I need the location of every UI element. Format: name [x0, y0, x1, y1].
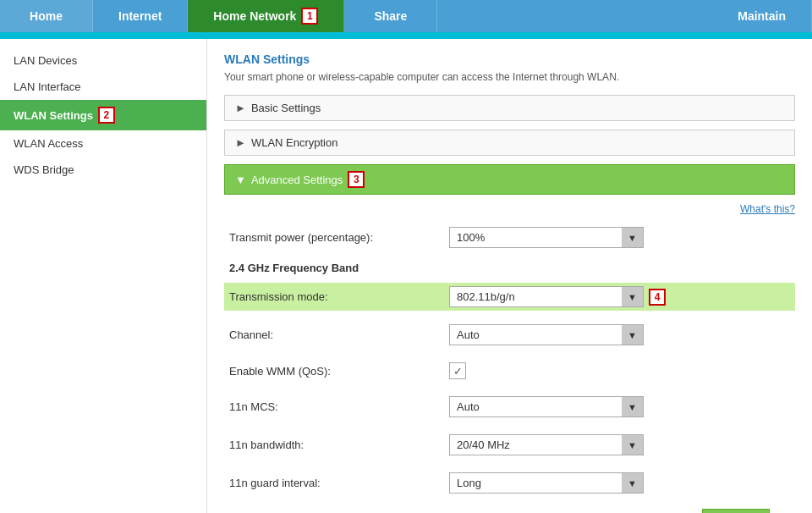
transmit-power-row: Transmit power (percentage): 100% 75% 50…: [224, 223, 795, 251]
bandwidth-control: 20/40 MHz 20 MHz ▼: [449, 434, 644, 455]
guard-interval-control: Long Short ▼: [449, 472, 644, 494]
main-layout: LAN Devices LAN Interface WLAN Settings …: [0, 39, 812, 513]
save-button[interactable]: Save: [702, 509, 770, 513]
transmission-mode-dropdown-wrap: 802.11b/g/n 802.11b/g 802.11n ▼: [449, 286, 644, 307]
transmission-mode-row: Transmission mode: 802.11b/g/n 802.11b/g…: [224, 283, 795, 311]
page-title: WLAN Settings: [224, 52, 795, 66]
wlan-encryption-label: WLAN Encryption: [251, 136, 338, 149]
bandwidth-select[interactable]: 20/40 MHz 20 MHz: [449, 434, 644, 455]
channel-row: Channel: Auto 1 6 11 ▼: [224, 321, 795, 349]
channel-dropdown-wrap: Auto 1 6 11 ▼: [449, 324, 644, 345]
channel-control: Auto 1 6 11 ▼: [449, 324, 644, 345]
tab-home-network-badge: 1: [301, 8, 318, 25]
save-bar: Save 5: [224, 509, 795, 513]
basic-settings-arrow: ►: [235, 102, 246, 114]
wmm-row: Enable WMM (QoS): ✓: [224, 359, 795, 383]
top-nav: Home Internet Home Network 1 Share Maint…: [0, 0, 812, 32]
cyan-separator: [0, 32, 812, 39]
wmm-label: Enable WMM (QoS):: [229, 365, 449, 378]
transmit-power-control: 100% 75% 50% 25% ▼: [449, 227, 644, 248]
tab-home[interactable]: Home: [0, 0, 93, 32]
guard-interval-label: 11n guard interval:: [229, 477, 449, 489]
main-content: WLAN Settings Your smart phone or wirele…: [207, 39, 812, 513]
mcs-select[interactable]: Auto MCS 0 MCS 7: [449, 396, 644, 417]
wlan-encryption-arrow: ►: [235, 136, 246, 149]
mcs-label: 11n MCS:: [229, 400, 449, 413]
sidebar-item-wds-bridge[interactable]: WDS Bridge: [0, 157, 206, 183]
sidebar-item-lan-interface[interactable]: LAN Interface: [0, 74, 206, 100]
basic-settings-header[interactable]: ► Basic Settings: [224, 95, 795, 121]
sidebar-wlan-settings-badge: 2: [98, 107, 115, 124]
bandwidth-dropdown-wrap: 20/40 MHz 20 MHz ▼: [449, 434, 644, 455]
sidebar-item-lan-devices[interactable]: LAN Devices: [0, 47, 206, 74]
transmission-mode-select[interactable]: 802.11b/g/n 802.11b/g 802.11n: [449, 286, 644, 307]
transmission-mode-control: 802.11b/g/n 802.11b/g 802.11n ▼ 4: [449, 286, 666, 307]
page-description: Your smart phone or wireless-capable com…: [224, 71, 795, 83]
channel-select[interactable]: Auto 1 6 11: [449, 324, 644, 345]
guard-interval-row: 11n guard interval: Long Short ▼: [224, 469, 795, 497]
advanced-settings-header[interactable]: ▼ Advanced Settings 3: [224, 164, 795, 195]
transmit-power-dropdown-wrap: 100% 75% 50% 25% ▼: [449, 227, 644, 248]
sidebar-item-wlan-access[interactable]: WLAN Access: [0, 130, 206, 157]
guard-interval-select[interactable]: Long Short: [449, 472, 644, 494]
sidebar-item-wlan-settings[interactable]: WLAN Settings 2: [0, 100, 206, 130]
mcs-dropdown-wrap: Auto MCS 0 MCS 7 ▼: [449, 396, 644, 417]
mcs-row: 11n MCS: Auto MCS 0 MCS 7 ▼: [224, 393, 795, 421]
wlan-encryption-header[interactable]: ► WLAN Encryption: [224, 130, 795, 156]
tab-home-network[interactable]: Home Network 1: [188, 0, 344, 32]
mcs-control: Auto MCS 0 MCS 7 ▼: [449, 396, 644, 417]
channel-label: Channel:: [229, 328, 449, 341]
wmm-control: ✓: [449, 362, 466, 379]
transmission-mode-label: Transmission mode:: [229, 290, 449, 303]
tab-maintain[interactable]: Maintain: [712, 0, 812, 32]
transmit-power-label: Transmit power (percentage):: [229, 231, 449, 244]
transmission-mode-badge: 4: [649, 289, 666, 306]
tab-internet[interactable]: Internet: [93, 0, 188, 32]
advanced-settings-label: Advanced Settings: [251, 174, 343, 186]
sidebar: LAN Devices LAN Interface WLAN Settings …: [0, 39, 207, 513]
freq-band-heading: 2.4 GHz Frequency Band: [229, 262, 790, 274]
guard-interval-dropdown-wrap: Long Short ▼: [449, 472, 644, 494]
tab-share[interactable]: Share: [344, 0, 437, 32]
transmit-power-select[interactable]: 100% 75% 50% 25%: [449, 227, 644, 248]
wmm-checkbox[interactable]: ✓: [449, 362, 466, 379]
whats-this-link[interactable]: What's this?: [224, 203, 795, 215]
wmm-check-icon: ✓: [453, 365, 463, 378]
bandwidth-row: 11n bandwidth: 20/40 MHz 20 MHz ▼: [224, 431, 795, 459]
basic-settings-label: Basic Settings: [251, 102, 321, 114]
bandwidth-label: 11n bandwidth:: [229, 439, 449, 451]
advanced-settings-badge: 3: [348, 171, 365, 188]
advanced-settings-arrow: ▼: [235, 174, 246, 186]
